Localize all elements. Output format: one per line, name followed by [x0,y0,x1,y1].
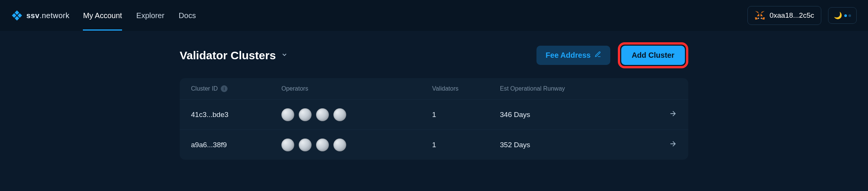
main-nav: My Account Explorer Docs [83,1,196,31]
th-runway: Est Operational Runway [500,85,643,92]
page-header: Validator Clusters Fee Address [180,42,688,68]
topbar-left: ssv.network My Account Explorer Docs [11,1,196,31]
page-title-group[interactable]: Validator Clusters [180,49,288,62]
operator-avatar-icon [333,108,346,121]
svg-marker-0 [761,11,764,14]
svg-marker-1 [755,11,759,14]
logo-icon [11,10,23,21]
svg-marker-4 [757,14,759,16]
nav-explorer[interactable]: Explorer [136,1,164,31]
cell-operators [281,139,432,151]
highlight-ring: Add Cluster [618,42,688,68]
logo-text: ssv.network [26,11,69,20]
container: Validator Clusters Fee Address [180,42,688,160]
cell-operators [281,108,432,121]
svg-marker-3 [755,17,758,20]
moon-icon: 🌙 [834,11,842,20]
add-cluster-button[interactable]: Add Cluster [621,46,685,65]
operator-avatar-icon [316,139,329,151]
chevron-down-icon [281,51,288,60]
wallet-address: 0xaa18...2c5c [770,11,814,20]
page-title: Validator Clusters [180,49,276,62]
cell-runway: 352 Days [500,141,643,149]
page-actions: Fee Address Add Cluster [536,42,688,68]
top-navigation: ssv.network My Account Explorer Docs [0,0,868,31]
operator-avatar-icon [333,139,346,151]
svg-marker-2 [762,17,765,20]
table-header: Cluster ID i Operators Validators Est Op… [180,78,688,99]
cell-cluster-id: 41c3...bde3 [191,111,281,119]
cell-runway: 346 Days [500,111,643,119]
table-row[interactable]: a9a6...38f9 1 352 Days [180,129,688,160]
operator-avatar-icon [299,108,312,121]
th-operators: Operators [281,85,432,92]
topbar-right: 0xaa18...2c5c 🌙 [747,6,857,25]
edit-icon [594,51,601,60]
nav-docs[interactable]: Docs [179,1,196,31]
logo[interactable]: ssv.network [11,10,69,21]
svg-marker-7 [760,17,762,19]
th-cluster-id: Cluster ID i [191,85,281,92]
svg-marker-5 [760,14,763,16]
theme-dots-icon [844,14,851,17]
nav-my-account[interactable]: My Account [83,1,122,31]
arrow-right-icon [654,109,677,120]
wallet-fox-icon [755,10,765,21]
operator-avatar-icon [299,139,312,151]
page-content: Validator Clusters Fee Address [0,31,868,160]
operator-avatar-icon [316,108,329,121]
operator-avatar-icon [281,108,294,121]
fee-address-label: Fee Address [546,51,590,60]
cell-validators: 1 [432,141,500,149]
svg-marker-6 [758,17,759,19]
cell-cluster-id: a9a6...38f9 [191,141,281,149]
operator-avatar-icon [281,139,294,151]
theme-toggle[interactable]: 🌙 [828,7,857,24]
wallet-chip[interactable]: 0xaa18...2c5c [747,6,821,25]
clusters-table: Cluster ID i Operators Validators Est Op… [180,78,688,160]
table-row[interactable]: 41c3...bde3 1 346 Days [180,99,688,129]
cell-validators: 1 [432,111,500,119]
th-validators: Validators [432,85,500,92]
info-icon[interactable]: i [221,85,228,92]
fee-address-button[interactable]: Fee Address [536,46,610,65]
arrow-right-icon [654,140,677,150]
